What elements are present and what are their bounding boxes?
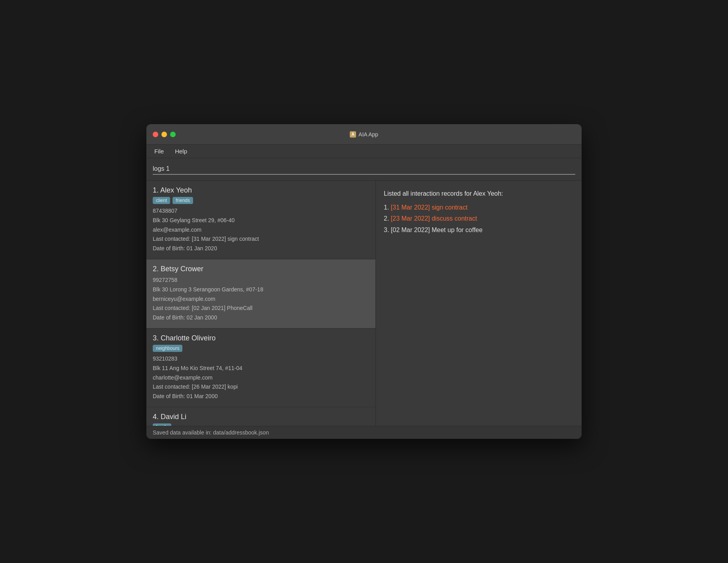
contact-card-1[interactable]: 1. Alex Yeoh client friends 87438807 Blk… [146,181,375,259]
close-button[interactable] [153,132,158,137]
contact-email-3: charlotte@example.com [153,373,369,383]
contacts-list: 1. Alex Yeoh client friends 87438807 Blk… [146,181,376,426]
contact-last-contacted-3: Last contacted: [26 Mar 2022] kopi [153,382,369,392]
contact-detail-2: 99272758 Blk 30 Lorong 3 Serangoon Garde… [153,276,369,323]
contact-address-2: Blk 30 Lorong 3 Serangoon Gardens, #07-1… [153,285,369,295]
search-input[interactable] [153,164,575,175]
result-item-2: 2. [23 Mar 2022] discuss contract [384,213,574,225]
result-item-3: 3. [02 Mar 2022] Meet up for coffee [384,225,574,236]
menu-file[interactable]: File [153,147,165,155]
tag-family: family [153,423,171,426]
traffic-lights [153,132,176,137]
menu-bar: File Help [146,145,582,158]
result-date-1: [31 Mar 2022] sign contract [391,204,468,211]
contact-name-2: 2. Betsy Crower [153,265,369,273]
contact-name-4: 4. David Li [153,413,369,421]
contact-card-3[interactable]: 3. Charlotte Oliveiro neighbours 9321028… [146,329,375,407]
contact-card-2[interactable]: 2. Betsy Crower 99272758 Blk 30 Lorong 3… [146,259,375,329]
right-panel: Listed all interaction records for Alex … [376,181,582,426]
contact-phone-3: 93210283 [153,354,369,364]
tag-client: client [153,197,170,204]
result-header: Listed all interaction records for Alex … [384,189,574,199]
contact-tags-4: family [153,423,369,426]
status-text: Saved data available in: data/addressboo… [153,429,269,436]
contact-dob-3: Date of Birth: 01 Mar 2000 [153,392,369,401]
contact-tags-3: neighbours [153,345,369,352]
maximize-button[interactable] [170,132,176,137]
contact-detail-3: 93210283 Blk 11 Ang Mo Kio Street 74, #1… [153,354,369,401]
tag-neighbours: neighbours [153,345,182,352]
window-title: A AIA App [350,131,378,138]
main-content: 1. Alex Yeoh client friends 87438807 Blk… [146,181,582,426]
app-window: A AIA App File Help 1. Alex Yeoh client … [146,124,582,439]
contact-dob-1: Date of Birth: 01 Jan 2020 [153,244,369,253]
title-bar: A AIA App [146,124,582,145]
menu-help[interactable]: Help [173,147,189,155]
contact-card-4[interactable]: 4. David Li family 91031282 Blk 436 Sera… [146,407,375,426]
result-item-1: 1. [31 Mar 2022] sign contract [384,202,574,213]
app-icon: A [350,131,356,138]
status-bar: Saved data available in: data/addressboo… [146,426,582,439]
contact-name-3: 3. Charlotte Oliveiro [153,334,369,342]
search-bar [146,158,582,181]
contact-last-contacted-2: Last contacted: [02 Jan 2021] PhoneCall [153,304,369,313]
minimize-button[interactable] [161,132,167,137]
app-title: AIA App [358,131,378,138]
contact-address-3: Blk 11 Ang Mo Kio Street 74, #11-04 [153,364,369,373]
tag-friends: friends [173,197,193,204]
contact-phone-1: 87438807 [153,206,369,216]
contact-email-1: alex@example.com [153,225,369,235]
contact-email-2: berniceyu@example.com [153,295,369,304]
contact-detail-1: 87438807 Blk 30 Geylang Street 29, #06-4… [153,206,369,253]
contact-address-1: Blk 30 Geylang Street 29, #06-40 [153,216,369,225]
contact-last-contacted-1: Last contacted: [31 Mar 2022] sign contr… [153,234,369,244]
contact-tags-1: client friends [153,197,369,204]
contact-dob-2: Date of Birth: 02 Jan 2000 [153,313,369,323]
result-date-2: [23 Mar 2022] discuss contract [391,215,477,222]
contact-name-1: 1. Alex Yeoh [153,186,369,195]
contact-phone-2: 99272758 [153,276,369,285]
